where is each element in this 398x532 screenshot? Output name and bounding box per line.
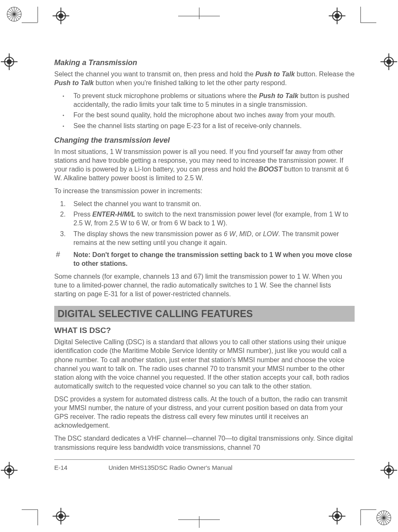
list-item: For the best sound quality, hold the mic… [54, 111, 355, 119]
register-target-icon [55, 10, 67, 22]
paragraph: Digital Selective Calling (DSC) is a sta… [54, 338, 355, 391]
register-target-icon [3, 56, 15, 68]
bullet-list: To prevent stuck microphone problems or … [54, 91, 355, 130]
text: Select the channel you want to transmit … [54, 71, 255, 78]
note-text: Note: Don't forget to change the transmi… [68, 250, 355, 268]
paragraph: To increase the transmission power in in… [54, 187, 355, 195]
paragraph: DSC provides a system for automated dist… [54, 395, 355, 430]
text: Select the channel you want to transmit … [73, 200, 201, 207]
page-number: E-14 [54, 464, 108, 471]
register-target-icon [331, 10, 343, 22]
heading-what-is-dsc: WHAT IS DSC? [54, 326, 355, 335]
paragraph: Some channels (for example, channels 13 … [54, 272, 355, 298]
list-item: See the channel lists starting on page E… [54, 121, 355, 130]
boost-label: BOOST [259, 166, 282, 173]
page-content: Making a Transmission Select the channel… [54, 58, 355, 471]
heading-changing-level: Changing the transmission level [54, 136, 355, 145]
paragraph: In most situations, 1 W transmission pow… [54, 147, 355, 182]
power-low: LOW [263, 230, 278, 237]
text: To prevent stuck microphone problems or … [73, 92, 259, 99]
ordered-list: 1.Select the channel you want to transmi… [54, 199, 355, 247]
ptt-label: Push to Talk [54, 79, 94, 86]
list-item: To prevent stuck microphone problems or … [54, 91, 355, 109]
paragraph: The DSC standard dedicates a VHF channel… [54, 434, 355, 451]
note-callout: # Note: Don't forget to change the trans… [54, 250, 355, 268]
register-target-icon [3, 464, 15, 476]
ptt-label: Push to Talk [255, 71, 295, 78]
note-icon: # [54, 250, 68, 268]
text: button. Release the [295, 71, 355, 78]
section-heading-dsc: DIGITAL SELECTIVE CALLING FEATURES [54, 306, 355, 322]
paragraph: Select the channel you want to transmit … [54, 70, 355, 87]
text: Press [73, 211, 92, 218]
text: The display shows the new transmission p… [73, 230, 224, 237]
manual-title: Uniden MHS135DSC Radio Owner's Manual [108, 464, 232, 471]
text: , or [252, 230, 263, 237]
register-target-icon [55, 510, 67, 522]
text: , [236, 230, 239, 237]
power-mid: MID [239, 230, 252, 237]
list-item: 3. The display shows the new transmissio… [54, 229, 355, 247]
footer-rule [54, 459, 355, 460]
enter-hml-label: ENTER-H/M/L [92, 211, 135, 218]
power-6w: 6 W [224, 230, 235, 237]
register-target-icon [383, 464, 395, 476]
heading-making-transmission: Making a Transmission [54, 58, 355, 67]
register-target-icon [331, 510, 343, 522]
text: button when you're finished talking to l… [94, 79, 287, 86]
register-sunburst-icon [6, 6, 23, 23]
ptt-label: Push to Talk [259, 92, 299, 99]
list-item: 2. Press ENTER-H/M/L to switch to the ne… [54, 210, 355, 227]
page-footer: E-14 Uniden MHS135DSC Radio Owner's Manu… [54, 464, 355, 471]
register-sunburst-icon [375, 509, 392, 526]
list-item: 1.Select the channel you want to transmi… [54, 199, 355, 208]
register-target-icon [383, 56, 395, 68]
